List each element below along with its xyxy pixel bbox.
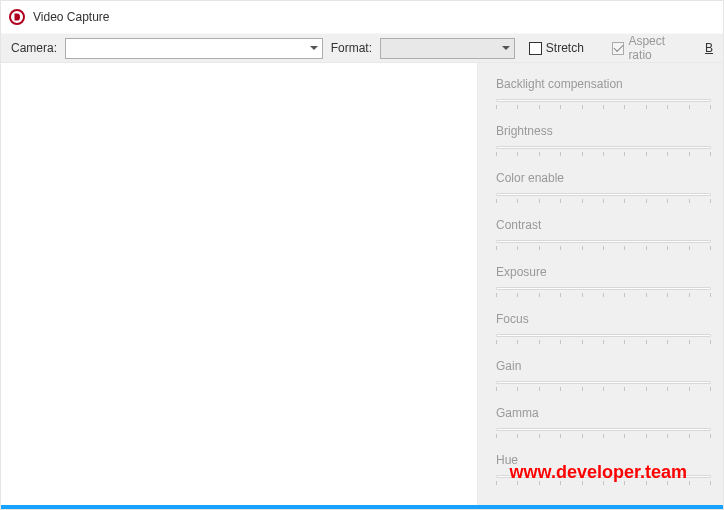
param-slider[interactable]: [496, 238, 711, 252]
param-row: Contrast: [496, 218, 711, 252]
param-row: Brightness: [496, 124, 711, 158]
param-label: Focus: [496, 312, 711, 326]
aspect-checkbox: [612, 42, 625, 55]
param-label: Exposure: [496, 265, 711, 279]
param-label: Backlight compensation: [496, 77, 711, 91]
chevron-down-icon: [310, 46, 318, 50]
param-label: Gamma: [496, 406, 711, 420]
format-label: Format:: [331, 41, 372, 55]
slider-track: [496, 146, 711, 149]
param-row: Gamma: [496, 406, 711, 440]
slider-ticks: [496, 152, 711, 156]
slider-ticks: [496, 293, 711, 297]
toolbar: Camera: Format: Stretch Aspect ratio B: [1, 33, 723, 63]
param-slider[interactable]: [496, 332, 711, 346]
slider-track: [496, 334, 711, 337]
slider-ticks: [496, 105, 711, 109]
param-row: Gain: [496, 359, 711, 393]
param-slider[interactable]: [496, 379, 711, 393]
slider-track: [496, 193, 711, 196]
video-preview: [1, 63, 477, 505]
camera-label: Camera:: [11, 41, 57, 55]
param-label: Brightness: [496, 124, 711, 138]
watermark-text: www.developer.team: [510, 462, 687, 483]
bottom-accent-line: [1, 505, 723, 509]
param-slider[interactable]: [496, 285, 711, 299]
slider-ticks: [496, 434, 711, 438]
format-select[interactable]: [380, 38, 515, 59]
window-title: Video Capture: [33, 10, 110, 24]
slider-track: [496, 287, 711, 290]
slider-ticks: [496, 387, 711, 391]
stretch-checkbox[interactable]: [529, 42, 542, 55]
param-slider[interactable]: [496, 426, 711, 440]
stretch-checkbox-label: Stretch: [546, 41, 584, 55]
param-row: Focus: [496, 312, 711, 346]
aspect-checkbox-label: Aspect ratio: [628, 34, 689, 62]
param-slider[interactable]: [496, 97, 711, 111]
camera-select[interactable]: [65, 38, 323, 59]
app-icon: [9, 9, 25, 25]
slider-ticks: [496, 246, 711, 250]
slider-track: [496, 381, 711, 384]
slider-track: [496, 428, 711, 431]
param-label: Gain: [496, 359, 711, 373]
slider-track: [496, 240, 711, 243]
param-slider[interactable]: [496, 191, 711, 205]
aspect-checkbox-wrap: Aspect ratio: [612, 34, 689, 62]
content-area: Backlight compensationBrightnessColor en…: [1, 63, 723, 505]
parameters-panel: Backlight compensationBrightnessColor en…: [477, 63, 723, 505]
param-row: Exposure: [496, 265, 711, 299]
param-row: Backlight compensation: [496, 77, 711, 111]
param-label: Contrast: [496, 218, 711, 232]
param-label: Color enable: [496, 171, 711, 185]
slider-track: [496, 99, 711, 102]
slider-ticks: [496, 340, 711, 344]
param-row: Color enable: [496, 171, 711, 205]
slider-ticks: [496, 199, 711, 203]
stretch-checkbox-wrap[interactable]: Stretch: [529, 41, 584, 55]
chevron-down-icon: [502, 46, 510, 50]
param-slider[interactable]: [496, 144, 711, 158]
toolbar-right-link[interactable]: B: [697, 41, 713, 55]
titlebar: Video Capture: [1, 1, 723, 33]
